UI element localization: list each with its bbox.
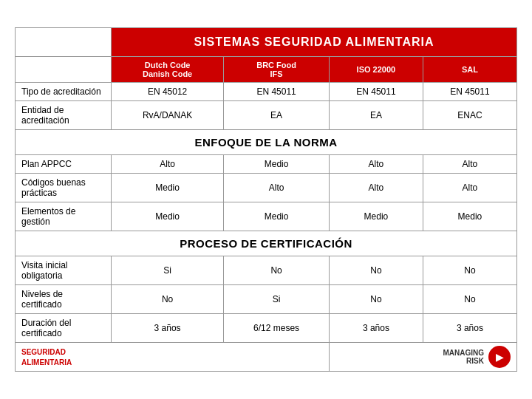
cell-brc-s2-0: No <box>224 256 330 285</box>
cell-sal-s2-2: 3 años <box>423 314 516 343</box>
cell-brc-s1-2: Medio <box>224 202 330 231</box>
table-row: Plan APPCC Alto Medio Alto Alto <box>16 155 517 174</box>
cell-iso-s1-1: Alto <box>329 174 423 202</box>
cell-sal-1: ENAC <box>423 101 516 130</box>
col-header-iso: ISO 22000 <box>329 57 423 83</box>
cell-sal-s1-2: Medio <box>423 202 516 231</box>
cell-brc-1: EA <box>224 101 330 130</box>
cell-dutch-1: RvA/DANAK <box>112 101 224 130</box>
cell-dutch-s2-0: Si <box>112 256 224 285</box>
row-label: Elementos de gestión <box>16 202 112 231</box>
row-label: Entidad de acreditación <box>16 101 112 130</box>
logo-icon: ▶ <box>488 346 511 368</box>
col-header-sal: SAL <box>423 57 516 83</box>
cell-dutch-s2-2: 3 años <box>112 314 224 343</box>
table-row: Códigos buenas prácticas Medio Alto Alto… <box>16 174 517 202</box>
cell-iso-s2-0: No <box>329 256 423 285</box>
cell-dutch-0: EN 45012 <box>112 83 224 101</box>
cell-iso-0: EN 45011 <box>329 83 423 101</box>
cell-sal-s2-0: No <box>423 256 516 285</box>
cell-sal-0: EN 45011 <box>423 83 516 101</box>
cell-iso-s1-0: Alto <box>329 155 423 174</box>
cell-sal-s2-1: No <box>423 285 516 314</box>
cell-brc-s1-0: Medio <box>224 155 330 174</box>
table-row: Duración del certificado 3 años 6/12 mes… <box>16 314 517 343</box>
section1-header: ENFOQUE DE LA NORMA <box>16 130 517 155</box>
cell-iso-s1-2: Medio <box>329 202 423 231</box>
row-label: Visita inicial obligatoria <box>16 256 112 285</box>
table-row: Tipo de acreditación EN 45012 EN 45011 E… <box>16 83 517 101</box>
cell-brc-s1-1: Alto <box>224 174 330 202</box>
row-label: Códigos buenas prácticas <box>16 174 112 202</box>
cell-sal-s1-1: Alto <box>423 174 516 202</box>
row-label: Niveles de certificado <box>16 285 112 314</box>
cell-brc-0: EN 45011 <box>224 83 330 101</box>
risk-label: RISK <box>466 357 484 365</box>
cell-dutch-s1-1: Medio <box>112 174 224 202</box>
cell-sal-s1-0: Alto <box>423 155 516 174</box>
main-header: SISTEMAS SEGURIDAD ALIMENTARIA <box>112 28 517 57</box>
cell-iso-s2-1: No <box>329 285 423 314</box>
cell-dutch-s1-2: Medio <box>112 202 224 231</box>
footer-seguridad-label: SEGURIDADALIMENTARIA <box>21 348 72 366</box>
managing-label: MANAGING <box>443 349 484 357</box>
table-row: Entidad de acreditación RvA/DANAK EA EA … <box>16 101 517 130</box>
cell-dutch-s1-0: Alto <box>112 155 224 174</box>
cell-iso-s2-2: 3 años <box>329 314 423 343</box>
cell-brc-s2-2: 6/12 meses <box>224 314 330 343</box>
cell-iso-1: EA <box>329 101 423 130</box>
cell-brc-s2-1: Si <box>224 285 330 314</box>
section2-header: PROCESO DE CERTIFICACIÓN <box>16 231 517 256</box>
row-label: Plan APPCC <box>16 155 112 174</box>
row-label: Tipo de acreditación <box>16 83 112 101</box>
table-row: Niveles de certificado No Si No No <box>16 285 517 314</box>
row-label: Duración del certificado <box>16 314 112 343</box>
cell-dutch-s2-1: No <box>112 285 224 314</box>
col-header-dutch: Dutch CodeDanish Code <box>112 57 224 83</box>
col-header-brc: BRC FoodIFS <box>224 57 330 83</box>
table-row: Elementos de gestión Medio Medio Medio M… <box>16 202 517 231</box>
table-row: Visita inicial obligatoria Si No No No <box>16 256 517 285</box>
